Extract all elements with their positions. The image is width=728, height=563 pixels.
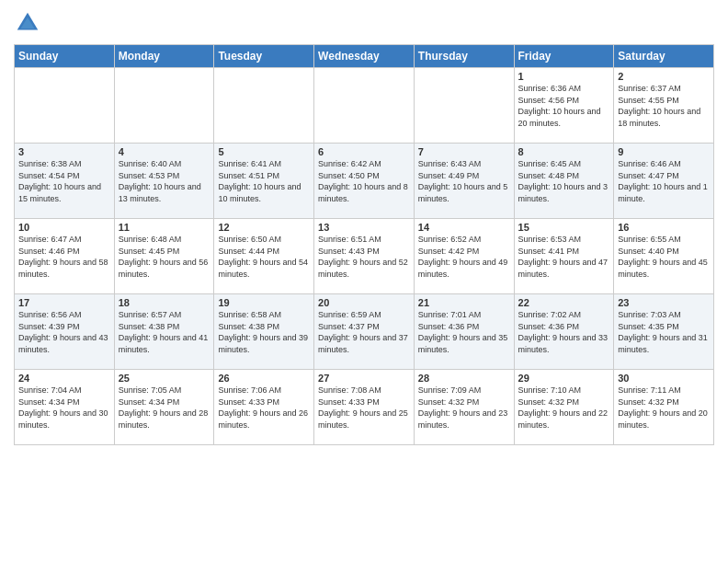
calendar-week-row: 24Sunrise: 7:04 AM Sunset: 4:34 PM Dayli… xyxy=(15,370,714,445)
weekday-header: Friday xyxy=(514,45,614,68)
calendar-cell: 15Sunrise: 6:53 AM Sunset: 4:41 PM Dayli… xyxy=(514,219,614,294)
calendar-cell: 2Sunrise: 6:37 AM Sunset: 4:55 PM Daylig… xyxy=(614,68,714,144)
day-number: 7 xyxy=(418,146,510,157)
day-number: 1 xyxy=(518,71,610,82)
day-number: 5 xyxy=(218,146,310,157)
day-info: Sunrise: 7:01 AM Sunset: 4:36 PM Dayligh… xyxy=(418,309,510,355)
page-header xyxy=(14,9,714,37)
calendar-cell: 12Sunrise: 6:50 AM Sunset: 4:44 PM Dayli… xyxy=(214,219,314,294)
logo-icon xyxy=(14,9,41,37)
calendar-cell: 9Sunrise: 6:46 AM Sunset: 4:47 PM Daylig… xyxy=(614,144,714,219)
calendar-cell: 21Sunrise: 7:01 AM Sunset: 4:36 PM Dayli… xyxy=(414,294,514,370)
day-info: Sunrise: 6:45 AM Sunset: 4:48 PM Dayligh… xyxy=(518,158,610,204)
calendar-cell: 1Sunrise: 6:36 AM Sunset: 4:56 PM Daylig… xyxy=(514,68,614,144)
day-number: 8 xyxy=(518,146,610,157)
logo xyxy=(14,9,45,37)
day-info: Sunrise: 7:09 AM Sunset: 4:32 PM Dayligh… xyxy=(418,385,510,431)
day-info: Sunrise: 6:47 AM Sunset: 4:46 PM Dayligh… xyxy=(18,234,110,280)
calendar-cell: 7Sunrise: 6:43 AM Sunset: 4:49 PM Daylig… xyxy=(414,144,514,219)
day-number: 6 xyxy=(318,146,410,157)
day-number: 2 xyxy=(618,71,710,82)
day-info: Sunrise: 6:38 AM Sunset: 4:54 PM Dayligh… xyxy=(18,158,110,204)
day-number: 10 xyxy=(18,222,110,233)
day-number: 22 xyxy=(518,297,610,308)
calendar-cell: 18Sunrise: 6:57 AM Sunset: 4:38 PM Dayli… xyxy=(114,294,214,370)
calendar-cell: 16Sunrise: 6:55 AM Sunset: 4:40 PM Dayli… xyxy=(614,219,714,294)
day-info: Sunrise: 7:02 AM Sunset: 4:36 PM Dayligh… xyxy=(518,309,610,355)
day-number: 27 xyxy=(318,373,410,384)
day-number: 24 xyxy=(18,373,110,384)
day-info: Sunrise: 6:51 AM Sunset: 4:43 PM Dayligh… xyxy=(318,234,410,280)
day-info: Sunrise: 6:43 AM Sunset: 4:49 PM Dayligh… xyxy=(418,158,510,204)
calendar-cell: 13Sunrise: 6:51 AM Sunset: 4:43 PM Dayli… xyxy=(314,219,415,294)
calendar-cell: 8Sunrise: 6:45 AM Sunset: 4:48 PM Daylig… xyxy=(514,144,614,219)
day-info: Sunrise: 6:53 AM Sunset: 4:41 PM Dayligh… xyxy=(518,234,610,280)
day-number: 12 xyxy=(218,222,310,233)
day-number: 13 xyxy=(318,222,410,233)
day-info: Sunrise: 6:36 AM Sunset: 4:56 PM Dayligh… xyxy=(518,83,610,129)
day-number: 26 xyxy=(218,373,310,384)
calendar-cell: 17Sunrise: 6:56 AM Sunset: 4:39 PM Dayli… xyxy=(15,294,115,370)
calendar-cell: 10Sunrise: 6:47 AM Sunset: 4:46 PM Dayli… xyxy=(15,219,115,294)
calendar-cell: 4Sunrise: 6:40 AM Sunset: 4:53 PM Daylig… xyxy=(114,144,214,219)
weekday-header: Saturday xyxy=(614,45,714,68)
day-info: Sunrise: 6:41 AM Sunset: 4:51 PM Dayligh… xyxy=(218,158,310,204)
calendar-cell: 26Sunrise: 7:06 AM Sunset: 4:33 PM Dayli… xyxy=(214,370,314,445)
day-number: 18 xyxy=(119,297,210,308)
day-info: Sunrise: 6:57 AM Sunset: 4:38 PM Dayligh… xyxy=(119,309,210,355)
calendar-cell: 28Sunrise: 7:09 AM Sunset: 4:32 PM Dayli… xyxy=(414,370,514,445)
calendar-cell: 25Sunrise: 7:05 AM Sunset: 4:34 PM Dayli… xyxy=(114,370,214,445)
day-info: Sunrise: 6:58 AM Sunset: 4:38 PM Dayligh… xyxy=(218,309,310,355)
day-number: 11 xyxy=(119,222,210,233)
calendar-cell xyxy=(414,68,514,144)
calendar-cell: 30Sunrise: 7:11 AM Sunset: 4:32 PM Dayli… xyxy=(614,370,714,445)
day-number: 4 xyxy=(119,146,210,157)
calendar-week-row: 10Sunrise: 6:47 AM Sunset: 4:46 PM Dayli… xyxy=(15,219,714,294)
day-info: Sunrise: 6:48 AM Sunset: 4:45 PM Dayligh… xyxy=(119,234,210,280)
day-info: Sunrise: 6:52 AM Sunset: 4:42 PM Dayligh… xyxy=(418,234,510,280)
day-number: 19 xyxy=(218,297,310,308)
day-number: 20 xyxy=(318,297,410,308)
weekday-header: Wednesday xyxy=(314,45,415,68)
day-number: 17 xyxy=(18,297,110,308)
day-info: Sunrise: 7:11 AM Sunset: 4:32 PM Dayligh… xyxy=(618,385,710,431)
weekday-header: Monday xyxy=(114,45,214,68)
page-container: SundayMondayTuesdayWednesdayThursdayFrid… xyxy=(0,0,728,450)
day-info: Sunrise: 7:04 AM Sunset: 4:34 PM Dayligh… xyxy=(18,385,110,431)
day-number: 9 xyxy=(618,146,710,157)
calendar-cell: 11Sunrise: 6:48 AM Sunset: 4:45 PM Dayli… xyxy=(114,219,214,294)
calendar-week-row: 3Sunrise: 6:38 AM Sunset: 4:54 PM Daylig… xyxy=(15,144,714,219)
calendar-cell: 23Sunrise: 7:03 AM Sunset: 4:35 PM Dayli… xyxy=(614,294,714,370)
day-info: Sunrise: 6:55 AM Sunset: 4:40 PM Dayligh… xyxy=(618,234,710,280)
day-number: 14 xyxy=(418,222,510,233)
calendar-cell: 3Sunrise: 6:38 AM Sunset: 4:54 PM Daylig… xyxy=(15,144,115,219)
day-number: 23 xyxy=(618,297,710,308)
calendar-cell xyxy=(114,68,214,144)
day-info: Sunrise: 6:40 AM Sunset: 4:53 PM Dayligh… xyxy=(119,158,210,204)
calendar-cell: 24Sunrise: 7:04 AM Sunset: 4:34 PM Dayli… xyxy=(15,370,115,445)
day-info: Sunrise: 7:10 AM Sunset: 4:32 PM Dayligh… xyxy=(518,385,610,431)
calendar-cell: 27Sunrise: 7:08 AM Sunset: 4:33 PM Dayli… xyxy=(314,370,415,445)
day-number: 28 xyxy=(418,373,510,384)
day-info: Sunrise: 6:56 AM Sunset: 4:39 PM Dayligh… xyxy=(18,309,110,355)
day-number: 3 xyxy=(18,146,110,157)
weekday-header: Tuesday xyxy=(214,45,314,68)
calendar-week-row: 1Sunrise: 6:36 AM Sunset: 4:56 PM Daylig… xyxy=(15,68,714,144)
day-info: Sunrise: 7:06 AM Sunset: 4:33 PM Dayligh… xyxy=(218,385,310,431)
day-info: Sunrise: 6:59 AM Sunset: 4:37 PM Dayligh… xyxy=(318,309,410,355)
day-info: Sunrise: 6:50 AM Sunset: 4:44 PM Dayligh… xyxy=(218,234,310,280)
day-number: 15 xyxy=(518,222,610,233)
calendar-cell: 20Sunrise: 6:59 AM Sunset: 4:37 PM Dayli… xyxy=(314,294,415,370)
calendar-cell: 5Sunrise: 6:41 AM Sunset: 4:51 PM Daylig… xyxy=(214,144,314,219)
calendar-header-row: SundayMondayTuesdayWednesdayThursdayFrid… xyxy=(15,45,714,68)
calendar-cell xyxy=(214,68,314,144)
weekday-header: Sunday xyxy=(15,45,115,68)
day-number: 29 xyxy=(518,373,610,384)
day-number: 16 xyxy=(618,222,710,233)
day-number: 21 xyxy=(418,297,510,308)
day-info: Sunrise: 6:46 AM Sunset: 4:47 PM Dayligh… xyxy=(618,158,710,204)
day-number: 25 xyxy=(119,373,210,384)
weekday-header: Thursday xyxy=(414,45,514,68)
calendar-cell: 14Sunrise: 6:52 AM Sunset: 4:42 PM Dayli… xyxy=(414,219,514,294)
calendar-cell xyxy=(314,68,415,144)
